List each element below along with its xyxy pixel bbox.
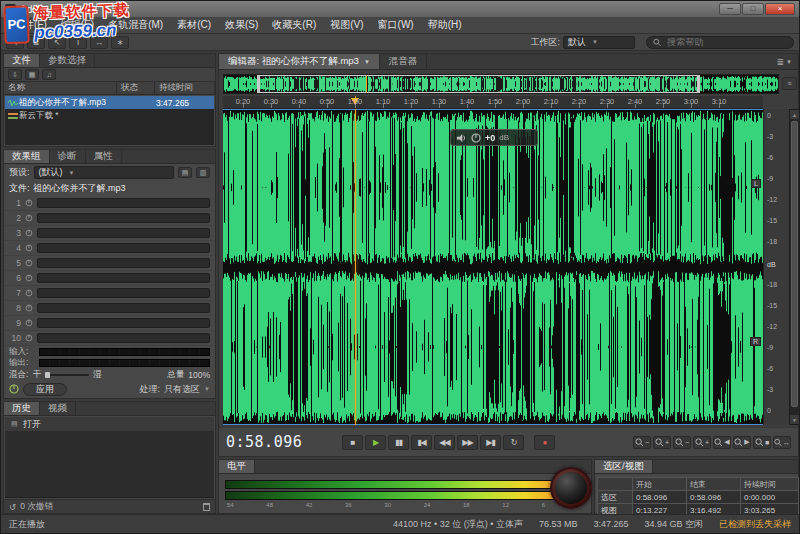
zoom-to-right-edge-button[interactable]: ▶: [733, 436, 751, 449]
left-channel-tag[interactable]: L: [751, 179, 761, 188]
zoom-to-left-edge-button[interactable]: ◀: [713, 436, 731, 449]
effect-slot-field[interactable]: [37, 243, 210, 253]
selection-cell[interactable]: 0:00.000: [741, 491, 798, 503]
scrollbar-thumb[interactable]: [791, 121, 798, 407]
power-icon[interactable]: [25, 257, 33, 269]
effects-tab-0[interactable]: 效果组: [4, 150, 50, 163]
power-icon[interactable]: [25, 287, 33, 299]
effect-slot-field[interactable]: [37, 333, 210, 343]
view-range-indicator[interactable]: [257, 75, 700, 93]
effect-slot[interactable]: 5: [4, 256, 215, 271]
search-input[interactable]: [665, 36, 787, 48]
mixer-tab[interactable]: 混音器: [380, 54, 428, 69]
effect-slot-field[interactable]: [37, 198, 210, 208]
volume-hud[interactable]: +0 dB: [450, 129, 538, 146]
files-column-2[interactable]: 持续时间: [155, 82, 215, 94]
effect-slot[interactable]: 9: [4, 316, 215, 331]
power-icon[interactable]: [25, 272, 33, 284]
transport-pause-button[interactable]: ▮▮: [388, 435, 409, 450]
playhead[interactable]: [355, 109, 356, 425]
mix-slider-knob[interactable]: [45, 372, 50, 378]
history-tab-1[interactable]: 视频: [40, 402, 76, 415]
save-preset-icon[interactable]: ▤: [178, 167, 192, 178]
rack-power-icon[interactable]: [9, 384, 19, 394]
delete-preset-icon[interactable]: ▥: [196, 167, 210, 178]
menu-item-7[interactable]: 窗口(W): [371, 17, 421, 33]
power-icon[interactable]: [25, 332, 33, 344]
gain-knob-icon[interactable]: [471, 133, 481, 143]
transport-rewind-button[interactable]: ◀◀: [434, 435, 455, 450]
power-icon[interactable]: [25, 302, 33, 314]
import-file-icon[interactable]: ⇩: [8, 69, 22, 80]
zoom-out-amplitude-button[interactable]: −: [633, 436, 651, 449]
preset-select[interactable]: (默认) ▼: [34, 166, 174, 179]
transport-skip-to-start-button[interactable]: ▮◀: [411, 435, 432, 450]
search-box[interactable]: [646, 36, 794, 49]
apply-button[interactable]: 应用: [23, 383, 67, 396]
effect-slot-field[interactable]: [37, 273, 210, 283]
effect-slot-field[interactable]: [37, 303, 210, 313]
maximize-button[interactable]: □: [742, 3, 764, 15]
effect-slot[interactable]: 3: [4, 226, 215, 241]
file-row[interactable]: 祖的心你并不了解.mp33:47.265: [5, 96, 214, 109]
selection-tab-0[interactable]: 选区/视图: [595, 460, 653, 473]
effect-slot-field[interactable]: [37, 288, 210, 298]
media-icon[interactable]: ♫: [42, 69, 56, 80]
mix-slider[interactable]: [45, 374, 89, 376]
effect-slot[interactable]: 1: [4, 196, 215, 211]
files-tab-0[interactable]: 文件: [4, 54, 40, 67]
menu-item-3[interactable]: 素材(C): [170, 17, 218, 33]
effect-slot-field[interactable]: [37, 258, 210, 268]
waveform-display[interactable]: L R +0 dB: [223, 109, 763, 425]
minimize-button[interactable]: ─: [719, 3, 741, 15]
editor-tab[interactable]: 编辑器: 祖的心你并不了解.mp3 ▼: [219, 54, 380, 69]
zoom-in-time-button[interactable]: +: [693, 436, 711, 449]
process-value[interactable]: 只有选区: [164, 383, 200, 396]
transport-skip-to-end-button[interactable]: ▶▮: [480, 435, 501, 450]
close-button[interactable]: ×: [765, 3, 795, 15]
effect-slot-field[interactable]: [37, 213, 210, 223]
effect-slot[interactable]: 4: [4, 241, 215, 256]
vertical-scrollbar[interactable]: ▲ ▼: [789, 109, 800, 425]
trash-icon[interactable]: [203, 503, 210, 511]
effect-slot-field[interactable]: [37, 318, 210, 328]
db-ruler[interactable]: 0-3-6-9-12-15-18dB-18-15-12-9-6-30: [763, 109, 789, 425]
power-icon[interactable]: [25, 242, 33, 254]
zoom-full-button[interactable]: ↔: [773, 436, 791, 449]
effect-slot[interactable]: 7: [4, 286, 215, 301]
levels-tab-0[interactable]: 电平: [219, 460, 255, 473]
files-column-0[interactable]: 名称: [4, 82, 117, 94]
insert-multitrack-icon[interactable]: ▦: [25, 69, 39, 80]
effects-tab-1[interactable]: 诊断: [50, 150, 86, 163]
transport-fast-forward-button[interactable]: ▶▶: [457, 435, 478, 450]
effect-slot[interactable]: 8: [4, 301, 215, 316]
right-channel-tag[interactable]: R: [750, 337, 761, 346]
scroll-up-icon[interactable]: ▲: [790, 110, 799, 119]
history-item[interactable]: ▤打开: [5, 417, 214, 431]
zoom-out-time-button[interactable]: −: [673, 436, 691, 449]
transport-loop-button[interactable]: ↻: [503, 435, 524, 450]
effect-slot-field[interactable]: [37, 228, 210, 238]
selection-cell[interactable]: 0:58.096: [633, 491, 686, 503]
overview-strip[interactable]: [223, 74, 779, 94]
overview-options-button[interactable]: ≡: [782, 77, 797, 90]
selection-cell[interactable]: 0:58.096: [687, 491, 740, 503]
scroll-down-icon[interactable]: ▼: [790, 415, 799, 424]
menu-item-5[interactable]: 收藏夹(R): [265, 17, 323, 33]
files-tab-1[interactable]: 参数选择: [40, 54, 95, 67]
power-icon[interactable]: [25, 317, 33, 329]
workspace-select[interactable]: 默认 ▼: [563, 36, 635, 49]
file-row[interactable]: 新云下载 *: [5, 109, 214, 122]
effect-slot[interactable]: 2: [4, 211, 215, 226]
time-display[interactable]: 0:58.096: [226, 433, 312, 451]
files-column-1[interactable]: 状态: [117, 82, 155, 94]
transport-record-button[interactable]: ●: [534, 435, 555, 450]
menu-item-8[interactable]: 帮助(H): [421, 17, 469, 33]
history-tab-0[interactable]: 历史: [4, 402, 40, 415]
hud-gain-value[interactable]: +0: [485, 133, 495, 143]
zoom-to-selection-button[interactable]: ■: [753, 436, 771, 449]
power-icon[interactable]: [25, 212, 33, 224]
effect-slot[interactable]: 10: [4, 331, 215, 346]
effects-tab-2[interactable]: 属性: [86, 150, 122, 163]
effect-slot[interactable]: 6: [4, 271, 215, 286]
